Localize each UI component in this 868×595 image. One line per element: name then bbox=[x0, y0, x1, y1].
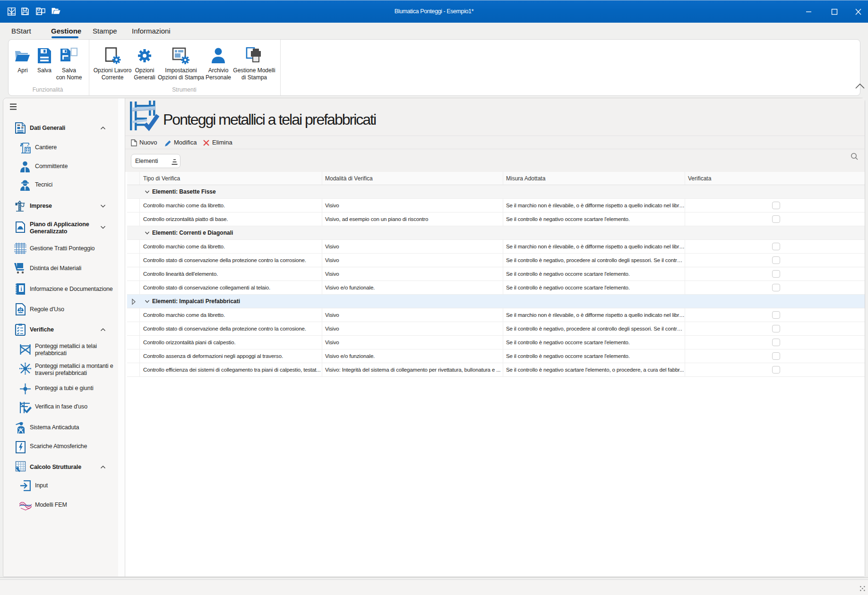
svg-text:i: i bbox=[20, 285, 22, 292]
